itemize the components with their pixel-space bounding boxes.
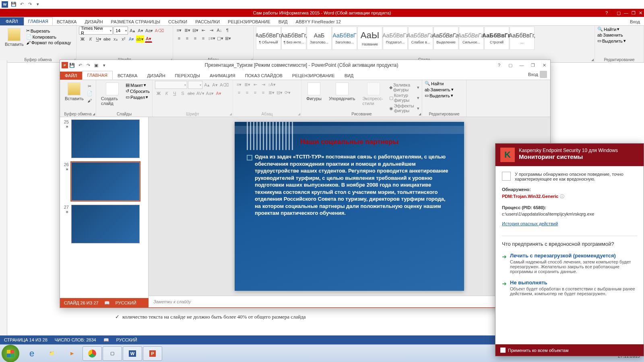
slide-thumbnail[interactable]	[71, 162, 140, 201]
reset-button[interactable]: ↺ Сбросить	[126, 88, 150, 94]
pp-drawing-dialog-icon[interactable]: ◢	[419, 112, 421, 116]
style-item[interactable]: АаБбВвГг,Выделение	[433, 27, 458, 50]
show-marks-icon[interactable]: ¶	[224, 27, 231, 34]
pp-align-center-icon[interactable]: ≡	[244, 89, 251, 96]
style-item[interactable]: АаБЗаголово...	[307, 27, 332, 50]
pp-clear-format-icon[interactable]: A⌫	[219, 81, 229, 88]
pp-clipboard-dialog-icon[interactable]: ◢	[93, 112, 95, 116]
pp-grow-font-icon[interactable]: A▴	[203, 81, 211, 88]
pp-close-icon[interactable]: ✕	[540, 63, 549, 68]
pp-increase-indent-icon[interactable]: ⇥	[260, 81, 267, 88]
pp-qat-redo-icon[interactable]: ↷	[85, 62, 92, 69]
underline-button[interactable]: Ч▾	[95, 35, 102, 43]
taskbar-explorer-icon[interactable]: 📁	[42, 346, 62, 361]
pp-qat-slideshow-icon[interactable]: ▣	[93, 62, 100, 69]
layout-button[interactable]: ▤ Макет▾	[126, 82, 150, 88]
find-button[interactable]: 🔍Найти ▾	[597, 27, 641, 32]
change-case-icon[interactable]: Aa▾	[145, 27, 153, 34]
pp-help-icon[interactable]: ?	[495, 63, 504, 68]
align-left-icon[interactable]: ≡	[175, 35, 183, 42]
taskbar-powerpoint-icon[interactable]: P	[143, 346, 162, 361]
taskbar-wmp-icon[interactable]: ▶	[62, 346, 82, 361]
pp-status-lang[interactable]: РУССКИЙ	[116, 300, 136, 305]
close-icon[interactable]: ✕	[639, 9, 642, 17]
action-disinfect[interactable]: ➜ Лечить с перезагрузкой (рекомендуется)…	[502, 253, 637, 274]
pp-ribbon-display-icon[interactable]: ▢	[506, 63, 515, 68]
kaspersky-footer[interactable]: Применить ко всем объектам	[495, 344, 644, 356]
style-item[interactable]: АаБбВвГг,Строгий	[484, 27, 509, 50]
pp-tab-file[interactable]: ФАЙЛ	[60, 72, 82, 80]
pp-tab-review[interactable]: РЕЦЕНЗИРОВАНИЕ	[287, 72, 340, 80]
copy-button[interactable]: 📄Копировать	[26, 34, 71, 39]
pp-shrink-font-icon[interactable]: A▾	[211, 81, 219, 88]
style-item[interactable]: АаБбВвГгПодзагол...	[383, 27, 408, 50]
pp-qat-customize-icon[interactable]: ▾	[101, 62, 108, 69]
pp-strike-button[interactable]: abc	[187, 90, 195, 97]
font-color-icon[interactable]: A▾	[145, 35, 152, 43]
status-lang[interactable]: РУССКИЙ	[116, 337, 137, 342]
style-item[interactable]: АаБбВвГг,Сильное...	[459, 27, 484, 50]
pp-numbering-icon[interactable]: ≣▾	[244, 81, 251, 88]
shape-fill-button[interactable]: ◆ Заливка фигуры▾	[389, 82, 419, 92]
qat-redo-icon[interactable]: ↷	[26, 1, 33, 8]
subscript-button[interactable]: x₂	[112, 35, 119, 43]
taskbar-ie-icon[interactable]: e	[22, 346, 41, 361]
pp-minimize-icon[interactable]: —	[517, 63, 526, 68]
text-effects-icon[interactable]: A▾	[128, 35, 135, 43]
pp-format-painter-icon[interactable]: 🖌	[86, 97, 93, 104]
pp-align-text-icon[interactable]: ⊟▾	[276, 89, 283, 96]
font-size-combo[interactable]: 14	[114, 27, 128, 35]
style-item[interactable]: АаБбВвГЗаголово...	[332, 27, 357, 50]
shrink-font-icon[interactable]: A▾	[137, 27, 144, 34]
quick-styles-button[interactable]: Экспресс-стили	[360, 81, 386, 114]
history-link[interactable]: История опасных действий	[502, 221, 558, 226]
slide-thumbnails-panel[interactable]: 25✶26✶27✶	[60, 117, 149, 298]
pp-paragraph-dialog-icon[interactable]: ◢	[298, 112, 300, 116]
pp-bullets-icon[interactable]: ≡▾	[235, 81, 243, 88]
highlight-icon[interactable]: ab▾	[136, 35, 144, 43]
status-page[interactable]: СТРАНИЦА 14 ИЗ 28	[4, 337, 47, 342]
pp-select-button[interactable]: ▭ Выделить ▾	[425, 93, 464, 98]
pp-case-icon[interactable]: Aa▾	[206, 90, 214, 97]
pp-tab-slideshow[interactable]: ПОКАЗ СЛАЙДОВ	[240, 72, 287, 80]
superscript-button[interactable]: x²	[120, 35, 127, 43]
pp-italic-button[interactable]: К	[163, 90, 170, 97]
style-item[interactable]: АаБбВвГг,Слабое в...	[408, 27, 433, 50]
tab-review[interactable]: РЕЦЕНЗИРОВАНИЕ	[224, 18, 275, 25]
clear-format-icon[interactable]: A⌫	[154, 27, 164, 34]
pp-qat-save-icon[interactable]: 💾	[68, 62, 76, 69]
decrease-indent-icon[interactable]: ⇤	[200, 27, 207, 34]
pp-copy-icon[interactable]: 📄	[86, 90, 93, 97]
tab-abbyy[interactable]: ABBYY FineReader 12	[292, 18, 345, 25]
pp-restore-icon[interactable]: ❐	[528, 63, 537, 68]
style-item[interactable]: АаБбВвГг,...	[510, 27, 535, 50]
pp-bold-button[interactable]: Ж	[155, 90, 162, 97]
tab-view[interactable]: ВИД	[275, 18, 292, 25]
increase-indent-icon[interactable]: ⇥	[208, 27, 215, 34]
numbering-icon[interactable]: ≣▾	[184, 27, 191, 34]
pp-font-size-combo[interactable]	[188, 81, 202, 89]
style-item[interactable]: АаБбВвГг,¶ Без инте...	[281, 27, 306, 50]
pp-status-slide[interactable]: СЛАЙД 26 ИЗ 27	[64, 300, 99, 305]
action-skip[interactable]: ➜ Не выполнятьОбъект будет обработан в с…	[502, 280, 637, 296]
shapes-button[interactable]: Фигуры	[304, 81, 324, 114]
pp-text-direction-icon[interactable]: ↕A▾	[268, 81, 276, 88]
tab-home[interactable]: ГЛАВНАЯ	[24, 17, 53, 25]
pp-align-right-icon[interactable]: ≡	[252, 89, 259, 96]
help-icon[interactable]: ?	[605, 9, 608, 17]
taskbar-chrome-icon[interactable]	[83, 346, 102, 361]
pp-underline-button[interactable]: Ч	[171, 90, 178, 97]
taskbar-app-icon[interactable]: ▢	[103, 346, 122, 361]
notes-pane[interactable]: Заметки к слайду	[149, 296, 550, 307]
word-login[interactable]: Вход	[626, 18, 644, 25]
line-spacing-icon[interactable]: ↕≡▾	[208, 35, 216, 42]
grow-font-icon[interactable]: A▴	[129, 27, 136, 34]
pp-tab-insert[interactable]: ВСТАВКА	[113, 72, 142, 80]
styles-dialog-icon[interactable]: ◢	[591, 58, 594, 62]
pp-font-color-icon[interactable]: A▾	[215, 90, 222, 97]
justify-icon[interactable]: ≡	[200, 35, 207, 42]
pp-spacing-icon[interactable]: AV▾	[196, 90, 205, 97]
shape-outline-button[interactable]: ▢ Контур фигуры▾	[389, 93, 419, 103]
strike-button[interactable]: abc	[103, 35, 111, 43]
pp-smartart-icon[interactable]: ⟳▾	[284, 89, 291, 96]
